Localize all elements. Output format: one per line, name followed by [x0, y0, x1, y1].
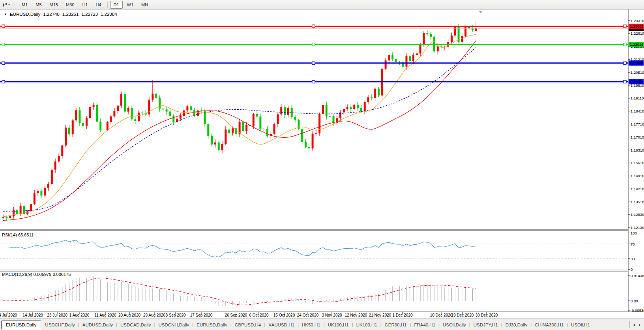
svg-text:19 Dec 2020: 19 Dec 2020 [451, 313, 474, 317]
svg-text:15 Oct 2020: 15 Oct 2020 [273, 313, 295, 317]
svg-text:1.18410: 1.18410 [631, 109, 644, 113]
chart-tab-USDCAD-Daily[interactable]: USDCAD,Daily [118, 321, 154, 328]
chart-shift-marker-icon [479, 11, 483, 13]
macd-indicator-label: MACD(12,26,9) 0.005979 0.006175 [2, 272, 71, 277]
svg-text:4 Jul 2020: 4 Jul 2020 [0, 313, 17, 317]
chart-cursor-icon[interactable] [2, 2, 8, 8]
chart-tab-USOil-H1[interactable]: USOil,H1 [568, 321, 593, 328]
timeframe-button-H4[interactable]: H4 [92, 1, 105, 9]
svg-text:1.23002: 1.23002 [630, 24, 643, 28]
svg-text:70: 70 [631, 242, 635, 246]
svg-text:1.20510: 1.20510 [631, 70, 644, 75]
tab-scroll-right-icon[interactable]: ▸ [639, 322, 641, 327]
svg-text:1.15610: 1.15610 [631, 161, 644, 165]
svg-text:1.22610: 1.22610 [631, 31, 644, 36]
timeframe-button-M1[interactable]: M1 [18, 1, 31, 9]
chart-tab-USDCHF-Daily[interactable]: USDCHF,Daily [42, 321, 77, 328]
svg-text:-0.00539: -0.00539 [631, 308, 644, 313]
chart-tab-UK100-H1[interactable]: UK100,H1 [325, 321, 352, 328]
timeframe-button-M5[interactable]: M5 [32, 1, 45, 9]
svg-text:100: 100 [631, 231, 637, 235]
chart-tab-USDCNH-Daily[interactable]: USDCNH,Daily [155, 321, 192, 328]
timeframe-button-M15[interactable]: M15 [46, 1, 62, 9]
chart-tab-HK50-H1[interactable]: HK50,H1 [299, 321, 323, 328]
collapse-chart-icon[interactable]: ▼ [4, 13, 7, 16]
svg-text:1.17010: 1.17010 [631, 135, 644, 139]
timeframe-button-W1[interactable]: W1 [124, 1, 137, 9]
svg-text:10 Dec 2020: 10 Dec 2020 [430, 313, 453, 317]
chart-tab-GBPUSD-H4[interactable]: GBPUSD,H4 [232, 321, 264, 328]
svg-text:24 Oct 2020: 24 Oct 2020 [297, 313, 319, 317]
ohlc-high: 1.23251 [62, 12, 79, 17]
svg-text:30: 30 [631, 257, 635, 261]
svg-text:23 Jul 2020: 23 Jul 2020 [47, 313, 67, 317]
chart-symbol-label: EURUSD,Daily [10, 12, 40, 17]
trading-platform-window: ▾ M1M5M15M30H1H4D1W1MN 1.233101.226101.2… [0, 0, 644, 330]
tab-scroll-controls: ◂ ▸ [629, 321, 644, 328]
chart-tab-GER30-H1[interactable]: GER30,H1 [382, 321, 410, 328]
svg-text:1.16310: 1.16310 [631, 148, 644, 152]
chart-tab-CHINA300-H1[interactable]: CHINA300,H1 [532, 321, 566, 328]
chart-area: 1.233101.226101.219101.212101.205101.198… [0, 9, 644, 319]
candles-layer [2, 22, 477, 221]
macd-pane [3, 276, 476, 306]
svg-text:11 Aug 2020: 11 Aug 2020 [94, 313, 116, 317]
timeframe-toolbar: ▾ M1M5M15M30H1H4D1W1MN [0, 0, 644, 9]
chart-tab-EURUSD-Daily[interactable]: EURUSD,Daily [194, 321, 230, 328]
timeframe-buttons: M1M5M15M30H1H4D1W1MN [18, 1, 152, 9]
timeframe-button-D1[interactable]: D1 [110, 1, 123, 9]
chart-tab-XAUUSD-H1[interactable]: XAUUSD,H1 [266, 321, 297, 328]
svg-text:1.21009: 1.21009 [630, 61, 643, 65]
svg-text:20 Aug 2020: 20 Aug 2020 [118, 313, 141, 317]
svg-text:26 Sep 2020: 26 Sep 2020 [225, 313, 247, 317]
svg-text:1.14910: 1.14910 [631, 174, 644, 178]
svg-text:8 Sep 2020: 8 Sep 2020 [165, 313, 186, 317]
svg-text:17 Sep 2020: 17 Sep 2020 [190, 313, 213, 317]
chart-tab-EURUSD-Daily[interactable]: EURUSD,Daily [1, 321, 41, 329]
timeframe-button-H1[interactable]: H1 [79, 1, 91, 9]
rsi-indicator-label: RSI(14) 65.6511 [2, 232, 34, 237]
svg-text:21 Nov 2020: 21 Nov 2020 [369, 313, 391, 317]
timeframe-button-M30[interactable]: M30 [62, 1, 78, 9]
svg-text:29 Aug 2020: 29 Aug 2020 [143, 313, 166, 317]
svg-text:1.17710: 1.17710 [631, 122, 644, 126]
svg-text:1 Aug 2020: 1 Aug 2020 [69, 313, 90, 317]
toolbar-separator [107, 2, 108, 8]
svg-text:1.23310: 1.23310 [631, 19, 644, 23]
tab-scroll-left-icon[interactable]: ◂ [633, 322, 635, 327]
chart-tab-UK100-H1[interactable]: UK100,H1 [354, 321, 380, 328]
pane-borders [0, 9, 644, 312]
svg-text:1.13510: 1.13510 [631, 200, 644, 204]
svg-text:0.00: 0.00 [631, 299, 638, 303]
svg-text:14 Jul 2020: 14 Jul 2020 [22, 313, 43, 317]
svg-text:1 Dec 2020: 1 Dec 2020 [392, 313, 413, 317]
chart-tab-USDJPY-H1[interactable]: USDJPY,H1 [471, 321, 501, 328]
chart-tab-AUDUSD-Daily[interactable]: AUDUSD,Daily [80, 321, 116, 328]
chart-tabbar: EURUSD,DailyUSDCHF,Daily|AUDUSD,Daily|US… [0, 319, 644, 330]
timeframe-button-MN[interactable]: MN [138, 1, 152, 9]
svg-text:1.12830: 1.12830 [631, 212, 644, 217]
svg-text:12 Nov 2020: 12 Nov 2020 [345, 313, 367, 317]
rsi-pane [0, 240, 628, 259]
svg-text:0: 0 [631, 267, 633, 272]
svg-text:0.014384: 0.014384 [631, 274, 644, 278]
chart-tab-DJ30-Daily[interactable]: DJ30,Daily [503, 321, 530, 328]
svg-text:6 Oct 2020: 6 Oct 2020 [249, 313, 269, 317]
svg-text:1.12130: 1.12130 [631, 225, 644, 230]
svg-text:1.22016: 1.22016 [630, 42, 643, 47]
svg-text:1.19110: 1.19110 [631, 96, 644, 100]
chart-tab-FRA40-H1[interactable]: FRA40,H1 [411, 321, 438, 328]
chart-type-dropdown-icon[interactable]: ▾ [8, 3, 10, 6]
price-chart-canvas[interactable]: 1.233101.226101.219101.212101.205101.198… [0, 9, 644, 319]
svg-text:3 Nov 2020: 3 Nov 2020 [322, 313, 342, 317]
chart-tab-USOil-Daily[interactable]: USOil,Daily [440, 321, 469, 328]
ohlc-open: 1.22748 [43, 12, 60, 17]
horizontal-level-lines[interactable] [0, 25, 628, 83]
date-axis[interactable]: 4 Jul 202014 Jul 202023 Jul 20201 Aug 20… [0, 312, 498, 317]
candlestick-glyph [2, 2, 8, 8]
svg-text:30 Dec 2020: 30 Dec 2020 [476, 313, 498, 317]
svg-text:1.14210: 1.14210 [631, 187, 644, 191]
chart-tabs: EURUSD,DailyUSDCHF,Daily|AUDUSD,Daily|US… [1, 321, 629, 329]
ohlc-low: 1.22723 [81, 12, 98, 17]
ohlc-close: 1.22884 [101, 12, 117, 17]
